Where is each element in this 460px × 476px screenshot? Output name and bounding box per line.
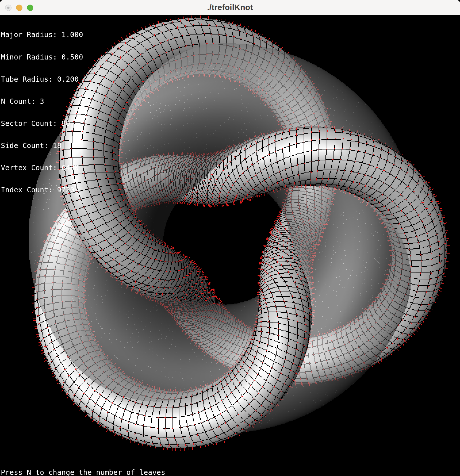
hint-text: Press N to change the number of leaves [1, 469, 165, 476]
minimize-button[interactable] [16, 5, 22, 11]
hud-stats: Major Radius: 1.000 Minor Radius: 0.500 … [1, 16, 83, 201]
window-titlebar[interactable]: ./trefoilKnot [0, 0, 460, 15]
hud-line-n-count: N Count: 3 [1, 98, 83, 105]
hud-line-sector-count: Sector Count: 90 [1, 120, 83, 127]
zoom-button[interactable] [27, 5, 33, 11]
close-button[interactable] [5, 5, 12, 11]
hud-line-side-count: Side Count: 18 [1, 142, 83, 149]
hud-line-vertex-count: Vertex Count: 6480 [1, 164, 83, 172]
hud-line-tube-radius: Tube Radius: 0.200 [1, 76, 83, 83]
hud-line-index-count: Index Count: 9720 [1, 186, 83, 194]
hud-line-minor-radius: Minor Radius: 0.500 [1, 53, 83, 61]
hud-line-major-radius: Major Radius: 1.000 [1, 31, 83, 39]
window-controls [5, 5, 33, 11]
window-title: ./trefoilKnot [207, 3, 253, 12]
